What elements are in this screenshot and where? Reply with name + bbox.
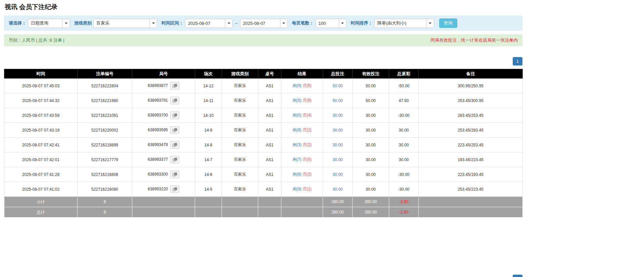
table-row: 2025-08-07 07:44:32522716221980638993791… — [4, 93, 523, 108]
column-header: 时间 — [4, 69, 78, 79]
cell-total-bet: 50.00 — [323, 79, 353, 93]
summary-bar: 币别：人民币 | 总共 :8 注单 | 同局有效投注，统一计算在该局第一张注单内 — [4, 34, 522, 46]
cell-result: 闲(0) 庄(4) — [281, 108, 323, 123]
chevron-down-icon[interactable] — [280, 19, 287, 28]
cell-time: 2025-08-07 07:43:59 — [4, 108, 78, 123]
round-detail-button[interactable] — [170, 141, 179, 149]
cell-total-bet: 30.00 — [323, 108, 353, 123]
cell-round-id: 638993877 — [132, 79, 195, 93]
cell-payout: 30.00 — [389, 123, 419, 138]
cell-note: 253.45/283.45 — [419, 123, 523, 138]
cell-bet-id: 522716216080 — [78, 182, 132, 197]
cell-round-id: 638993700 — [132, 108, 195, 123]
cell-payout: -50.00 — [389, 79, 419, 93]
game-type-select[interactable]: 百家乐 — [93, 19, 157, 28]
cell-result: 闲(9) 庄(1) — [281, 182, 323, 197]
footer-total-bet: 280.00 — [323, 207, 353, 218]
cell-result: 闲(3) 庄(2) — [281, 138, 323, 152]
cell-bet-id: 522716222804 — [78, 79, 132, 93]
cell-round-id: 638993479 — [132, 138, 195, 152]
cell-session: 14-12 — [195, 79, 222, 93]
cell-table-no: AS1 — [258, 138, 281, 152]
footer-empty — [222, 207, 258, 218]
table-row: 2025-08-07 07:41:02522716216080638993220… — [4, 182, 523, 197]
cards-icon — [173, 157, 177, 162]
chevron-down-icon[interactable] — [339, 19, 346, 28]
cell-time: 2025-08-07 07:43:19 — [4, 123, 78, 138]
total-bet-link[interactable]: 30.00 — [332, 187, 342, 192]
footer-empty — [281, 197, 323, 207]
cell-valid-bet: 50.00 — [353, 93, 389, 108]
round-detail-button[interactable] — [170, 171, 179, 178]
cell-total-bet: 30.00 — [323, 182, 353, 197]
round-detail-button[interactable] — [170, 97, 179, 104]
total-bet-link[interactable]: 50.00 — [332, 98, 342, 103]
cards-icon — [173, 143, 177, 147]
chevron-down-icon[interactable] — [225, 19, 232, 28]
cell-result: 闲(9) 庄(5) — [281, 79, 323, 93]
chevron-down-icon[interactable] — [62, 19, 70, 28]
round-detail-button[interactable] — [170, 156, 179, 164]
footer-empty — [195, 197, 222, 207]
sort-order-label: 时间排序： — [351, 20, 373, 26]
currency-total-text: 币别：人民币 | 总共 :8 注单 | — [9, 37, 64, 43]
total-bet-link[interactable]: 30.00 — [332, 128, 342, 133]
sort-order-select[interactable]: 降幂(由大到小) — [374, 19, 434, 28]
cell-result: 闲(5) 庄(9) — [281, 93, 323, 108]
cell-game-type: 百家乐 — [222, 93, 258, 108]
cards-icon — [173, 128, 177, 132]
column-header: 有效投注 — [353, 69, 389, 79]
footer-empty — [281, 207, 323, 218]
round-detail-button[interactable] — [170, 111, 179, 119]
cell-game-type: 百家乐 — [222, 123, 258, 138]
date-to-select[interactable]: 2025-08-07 — [240, 19, 288, 28]
cell-note: 283.45/253.45 — [419, 108, 523, 123]
result-banker: 庄(1) — [303, 187, 312, 191]
footer-valid-bet: 280.00 — [353, 207, 389, 218]
cell-session: 14-7 — [195, 152, 222, 167]
cell-time: 2025-08-07 07:41:02 — [4, 182, 78, 197]
total-bet-link[interactable]: 30.00 — [332, 172, 342, 177]
cell-total-bet: 30.00 — [323, 167, 353, 182]
total-bet-link[interactable]: 50.00 — [332, 84, 342, 88]
footer-empty — [258, 207, 281, 218]
result-player: 闲(8) — [292, 128, 302, 132]
total-bet-link[interactable]: 30.00 — [332, 143, 342, 147]
footer-empty — [258, 197, 281, 207]
cell-round-id: 638993220 — [132, 182, 195, 197]
round-detail-button[interactable] — [170, 185, 179, 193]
chevron-down-icon[interactable] — [149, 19, 157, 28]
game-type-label: 游戏类别 — [74, 20, 92, 26]
cell-bet-id: 522716221980 — [78, 93, 132, 108]
result-banker: 庄(2) — [303, 128, 312, 132]
total-bet-link[interactable]: 30.00 — [332, 113, 342, 118]
cell-note: 300.95/250.95 — [419, 79, 523, 93]
result-player: 闲(9) — [292, 83, 302, 88]
page-button-1[interactable]: 1 — [513, 275, 522, 277]
round-id: 638993700 — [148, 113, 168, 118]
query-type-select[interactable]: 日期查询 — [28, 19, 70, 28]
result-player: 闲(0) — [292, 113, 302, 118]
cell-time: 2025-08-07 07:41:28 — [4, 167, 78, 182]
cards-icon — [173, 172, 177, 177]
cards-icon — [173, 113, 177, 118]
page-size-select[interactable]: 100 — [316, 19, 347, 28]
round-detail-button[interactable] — [170, 82, 179, 90]
time-range-label: 时间区间： — [162, 20, 183, 26]
total-bet-link[interactable]: 30.00 — [332, 157, 342, 162]
cell-game-type: 百家乐 — [222, 152, 258, 167]
round-id: 638993220 — [148, 187, 168, 191]
cell-note: 223.45/253.45 — [419, 138, 523, 152]
round-id: 638993300 — [148, 172, 168, 177]
cell-time: 2025-08-07 07:45:03 — [4, 79, 78, 93]
result-banker: 庄(4) — [303, 113, 312, 118]
round-detail-button[interactable] — [170, 126, 179, 134]
date-from-select[interactable]: 2025-08-07 — [185, 19, 233, 28]
cards-icon — [173, 187, 177, 191]
cell-table-no: AS1 — [258, 167, 281, 182]
cell-valid-bet: 30.00 — [353, 167, 389, 182]
search-button[interactable]: 查询 — [439, 18, 457, 28]
round-id: 638993877 — [148, 83, 168, 88]
chevron-down-icon[interactable] — [426, 19, 434, 28]
page-button-1[interactable]: 1 — [513, 57, 522, 65]
